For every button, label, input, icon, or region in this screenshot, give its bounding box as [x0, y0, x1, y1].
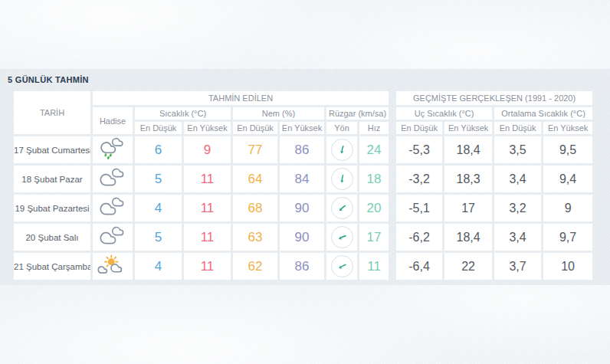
- temp-high-cell: 11: [184, 253, 231, 280]
- group-header-historical: GEÇMİŞTE GERÇEKLEŞEN (1991 - 2020): [396, 91, 592, 105]
- group-separator: [391, 195, 394, 221]
- date-cell: 20 Şubat Salı: [14, 224, 90, 251]
- wind-direction-icon: [331, 226, 353, 248]
- sub-header-average-low: En Düşük: [494, 122, 541, 134]
- group-separator: [391, 253, 394, 280]
- wind-speed-cell: 17: [359, 224, 389, 251]
- extreme-high-cell: 22: [444, 253, 492, 280]
- wind-direction-cell: [326, 166, 357, 192]
- temp-high-cell: 11: [184, 166, 231, 192]
- temp-low-cell: 5: [135, 224, 182, 251]
- date-cell: 19 Şubat Pazartesi: [14, 195, 90, 221]
- condition-cell: [93, 253, 133, 280]
- group-separator: [391, 224, 394, 251]
- extreme-high-cell: 18,4: [444, 136, 492, 163]
- extreme-high-cell: 18,3: [444, 166, 492, 192]
- date-cell: 21 Şubat Çarşamba: [14, 253, 90, 280]
- humidity-low-cell: 68: [233, 195, 277, 221]
- wind-arrow-icon: [334, 143, 349, 157]
- weather-icon-slot: [97, 254, 129, 277]
- condition-cell: [93, 136, 133, 163]
- date-cell: 17 Şubat Cumartesi: [14, 136, 90, 163]
- average-high-cell: 10: [543, 253, 592, 280]
- wind-direction-icon: [331, 139, 353, 161]
- wind-speed-cell: 18: [359, 166, 389, 192]
- humidity-low-cell: 77: [233, 136, 277, 163]
- wind-direction-cell: [326, 253, 357, 280]
- humidity-low-cell: 63: [233, 224, 277, 251]
- temp-high-cell: 9: [184, 136, 231, 163]
- extreme-high-cell: 18,4: [444, 224, 492, 251]
- humidity-high-cell: 84: [280, 166, 324, 192]
- extreme-low-cell: -3,2: [396, 166, 442, 192]
- col-header-date: TARİH: [14, 91, 90, 134]
- wind-direction-cell: [326, 136, 357, 163]
- sub-header-temp-low: En Düşük: [135, 122, 182, 134]
- group-header-predicted: TAHMİN EDİLEN: [93, 91, 389, 105]
- average-low-cell: 3,7: [494, 253, 541, 280]
- weather-icon-slot: [97, 225, 129, 248]
- wind-arrow-icon: [335, 172, 349, 185]
- cloudy-icon: [97, 166, 129, 189]
- wind-arrow-icon: [333, 257, 351, 276]
- table-row: 19 Şubat Pazartesi 4 11 68 90 20 -5,1 17…: [14, 195, 592, 221]
- temp-low-cell: 4: [135, 195, 182, 221]
- cloudy-icon: [97, 195, 129, 218]
- temp-high-cell: 11: [184, 195, 231, 221]
- cloud-light-rain-icon: [97, 137, 129, 160]
- temp-high-cell: 11: [184, 224, 231, 251]
- table-row: 21 Şubat Çarşamba 4 11 62 86 11 -6,4 22 …: [14, 253, 592, 280]
- col-header-temperature: Sıcaklık (°C): [135, 107, 231, 120]
- humidity-high-cell: 86: [280, 136, 324, 163]
- sub-header-wind-speed: Hız: [359, 122, 389, 134]
- average-high-cell: 9,5: [543, 136, 592, 163]
- forecast-table: TARİH TAHMİN EDİLEN GEÇMİŞTE GERÇEKLEŞEN…: [11, 89, 595, 282]
- average-low-cell: 3,5: [494, 136, 541, 163]
- five-day-forecast-panel: 5 GÜNLÜK TAHMİN TARİH TAHMİN EDİLEN GEÇM…: [0, 69, 610, 285]
- average-low-cell: 3,4: [494, 166, 541, 192]
- table-row: 17 Şubat Cumartesi 6 9 77 86 24 -5,3 18,…: [14, 136, 592, 163]
- condition-cell: [93, 224, 133, 251]
- col-header-condition: Hadise: [93, 107, 133, 134]
- group-separator: [391, 136, 394, 163]
- wind-speed-cell: 20: [359, 195, 389, 221]
- extreme-low-cell: -5,3: [396, 136, 442, 163]
- humidity-low-cell: 64: [233, 166, 277, 192]
- weather-icon-slot: [97, 166, 129, 189]
- sub-header-humidity-high: En Yüksek: [280, 122, 324, 134]
- extreme-high-cell: 17: [444, 195, 492, 221]
- group-separator: [391, 166, 394, 192]
- extreme-low-cell: -6,2: [396, 224, 442, 251]
- humidity-high-cell: 90: [280, 224, 324, 251]
- temp-low-cell: 5: [135, 166, 182, 192]
- col-header-humidity: Nem (%): [233, 107, 324, 120]
- average-low-cell: 3,4: [494, 224, 541, 251]
- wind-direction-icon: [331, 168, 353, 190]
- wind-direction-cell: [326, 195, 357, 221]
- wind-arrow-icon: [333, 198, 351, 217]
- average-high-cell: 9,4: [543, 166, 592, 192]
- weather-forecast-screen: 5 GÜNLÜK TAHMİN TARİH TAHMİN EDİLEN GEÇM…: [0, 0, 610, 364]
- weather-icon-slot: [97, 195, 129, 218]
- col-header-wind: Rüzgar (km/sa): [326, 107, 389, 120]
- average-high-cell: 9,7: [543, 224, 592, 251]
- col-header-extreme-temp: Uç Sıcaklık (°C): [396, 107, 492, 120]
- group-separator: [391, 91, 394, 134]
- date-cell: 18 Şubat Pazar: [14, 166, 90, 192]
- sub-header-average-high: En Yüksek: [543, 122, 592, 134]
- weather-icon-slot: [97, 137, 129, 160]
- humidity-high-cell: 90: [280, 195, 324, 221]
- humidity-high-cell: 86: [280, 253, 324, 280]
- sub-header-temp-high: En Yüksek: [184, 122, 231, 134]
- average-high-cell: 9: [543, 195, 592, 221]
- average-low-cell: 3,2: [494, 195, 541, 221]
- table-row: 20 Şubat Salı 5 11 63 90 17 -6,2 18,4 3,…: [14, 224, 592, 251]
- extreme-low-cell: -6,4: [396, 253, 442, 280]
- sub-header-extreme-high: En Yüksek: [444, 122, 492, 134]
- wind-direction-icon: [331, 197, 353, 219]
- condition-cell: [93, 195, 133, 221]
- col-header-average-temp: Ortalama Sıcaklık (°C): [494, 107, 592, 120]
- wind-direction-icon: [331, 255, 353, 277]
- wind-arrow-icon: [333, 228, 351, 246]
- table-row: 18 Şubat Pazar 5 11 64 84 18 -3,2 18,3 3…: [14, 166, 592, 192]
